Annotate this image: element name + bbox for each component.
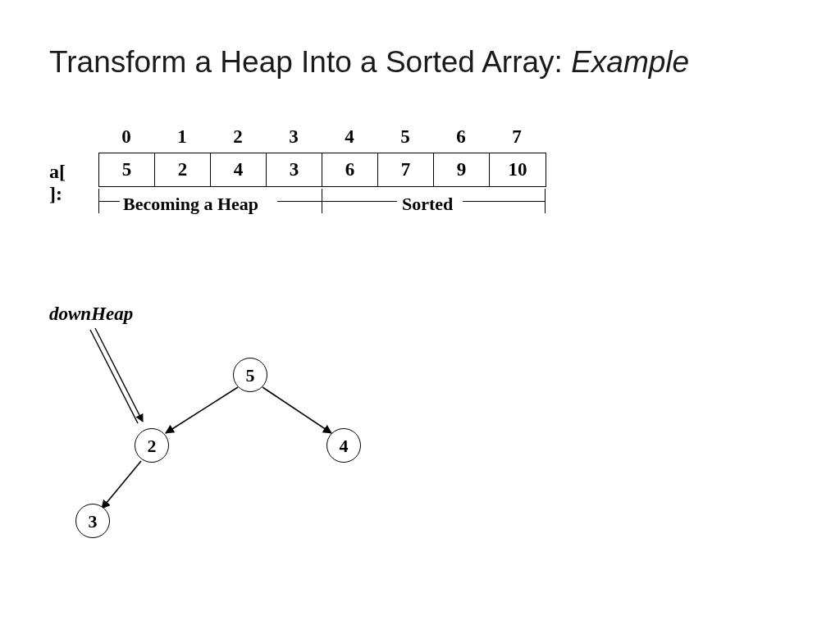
slide-title: Transform a Heap Into a Sorted Array: Ex… <box>49 45 689 80</box>
tree-node-left: 2 <box>135 428 169 463</box>
array-label: a[ ]: <box>49 161 66 205</box>
svg-line-3 <box>262 387 331 433</box>
range-tick <box>545 189 546 213</box>
downheap-label: downHeap <box>49 304 133 325</box>
value-cell: 4 <box>211 153 267 186</box>
value-cell: 7 <box>378 153 434 186</box>
index-cell: 2 <box>210 123 266 151</box>
value-cell: 6 <box>322 153 378 186</box>
range-sorted-label: Sorted <box>402 194 453 215</box>
index-cell: 4 <box>322 123 377 151</box>
index-cell: 7 <box>489 123 545 151</box>
range-line <box>322 201 397 202</box>
range-brackets: Becoming a Heap Sorted <box>98 189 545 221</box>
tree-node-right: 4 <box>326 428 361 463</box>
value-cell: 5 <box>99 153 155 186</box>
title-em: Example <box>571 45 689 79</box>
value-cell: 9 <box>434 153 490 186</box>
tree-node-root: 5 <box>233 358 267 392</box>
value-row: 5 2 4 3 6 7 9 10 <box>98 153 546 187</box>
svg-line-4 <box>102 461 141 509</box>
title-main: Transform a Heap Into a Sorted Array: <box>49 45 571 79</box>
svg-line-1 <box>95 328 143 422</box>
svg-line-2 <box>166 387 238 433</box>
index-cell: 0 <box>98 123 154 151</box>
range-line <box>277 201 322 202</box>
svg-line-0 <box>90 330 138 423</box>
value-cell: 2 <box>155 153 211 186</box>
range-line <box>98 201 120 202</box>
index-cell: 5 <box>377 123 433 151</box>
range-line <box>463 201 545 202</box>
index-cell: 6 <box>433 123 489 151</box>
index-cell: 1 <box>154 123 210 151</box>
tree-node-leaf: 3 <box>75 504 110 538</box>
index-cell: 3 <box>266 123 322 151</box>
value-cell: 10 <box>490 153 546 186</box>
value-cell: 3 <box>267 153 322 186</box>
index-row: 0 1 2 3 4 5 6 7 <box>98 123 545 151</box>
range-heap-label: Becoming a Heap <box>123 194 258 215</box>
